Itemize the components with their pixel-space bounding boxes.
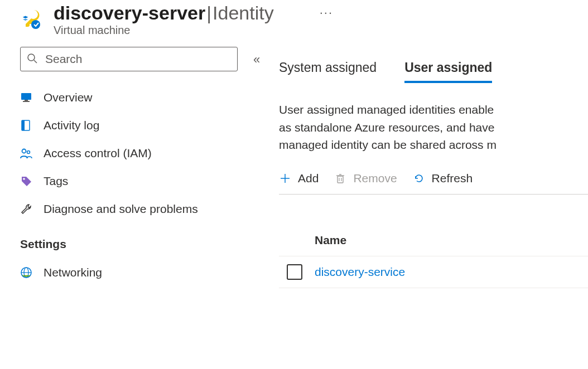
table-header: Name — [279, 234, 588, 256]
sidebar-item-overview[interactable]: Overview — [20, 84, 240, 111]
trash-icon — [334, 172, 346, 184]
svg-point-11 — [23, 178, 25, 180]
identity-link[interactable]: discovery-service — [315, 265, 405, 279]
add-button[interactable]: Add — [279, 172, 319, 185]
svg-point-10 — [27, 151, 30, 154]
sidebar-item-access-control[interactable]: Access control (IAM) — [20, 139, 240, 167]
svg-point-1 — [31, 20, 40, 29]
monitor-icon — [20, 91, 32, 104]
add-label: Add — [298, 172, 319, 185]
sidebar-item-diagnose[interactable]: Diagnose and solve problems — [20, 195, 240, 223]
remove-label: Remove — [353, 172, 397, 185]
page-name: Identity — [213, 2, 274, 24]
svg-rect-5 — [25, 100, 28, 101]
sidebar-section-settings: Settings — [20, 237, 240, 251]
tab-system-assigned[interactable]: System assigned — [279, 60, 377, 83]
svg-point-0 — [34, 12, 36, 14]
search-input[interactable] — [20, 47, 238, 71]
tab-description: User assigned managed identities enable … — [279, 101, 588, 154]
refresh-button[interactable]: Refresh — [413, 172, 473, 185]
log-icon — [20, 119, 32, 132]
toolbar: Add Remove — [279, 172, 588, 195]
table-row[interactable]: discovery-service — [279, 256, 588, 288]
sidebar-item-networking[interactable]: Networking — [20, 259, 240, 287]
page-title: discovery-server | Identity ··· — [54, 2, 333, 24]
sidebar-item-label: Diagnose and solve problems — [44, 202, 198, 216]
tab-user-assigned[interactable]: User assigned — [404, 60, 492, 83]
svg-point-2 — [28, 54, 35, 61]
remove-button[interactable]: Remove — [334, 172, 397, 185]
globe-icon — [20, 266, 32, 279]
key-icon — [20, 7, 44, 32]
people-icon — [20, 147, 32, 159]
tag-icon — [20, 175, 32, 187]
tabs: System assigned User assigned — [279, 60, 588, 83]
sidebar-item-activity-log[interactable]: Activity log — [20, 111, 240, 139]
svg-line-3 — [34, 60, 37, 63]
search-icon — [27, 53, 38, 66]
page-header: discovery-server | Identity ··· Virtual … — [0, 0, 588, 47]
row-checkbox[interactable] — [287, 264, 302, 280]
sidebar: « Overview Activ — [0, 47, 240, 369]
svg-rect-8 — [22, 120, 25, 130]
resource-name: discovery-server — [54, 2, 205, 24]
sidebar-item-label: Networking — [44, 266, 102, 279]
svg-point-9 — [22, 149, 26, 153]
sidebar-item-label: Overview — [44, 91, 93, 104]
sidebar-item-label: Tags — [44, 174, 68, 188]
wrench-icon — [20, 203, 32, 215]
column-name: Name — [315, 234, 346, 247]
resource-subtitle: Virtual machine — [54, 24, 333, 37]
main-content: System assigned User assigned User assig… — [240, 47, 588, 369]
more-icon[interactable]: ··· — [320, 6, 333, 20]
sidebar-item-tags[interactable]: Tags — [20, 167, 240, 195]
refresh-label: Refresh — [432, 172, 473, 185]
svg-rect-6 — [23, 101, 30, 102]
sidebar-item-label: Access control (IAM) — [44, 147, 152, 160]
refresh-icon — [413, 172, 425, 184]
identities-table: Name discovery-service — [279, 234, 588, 288]
collapse-sidebar-icon[interactable]: « — [253, 52, 260, 67]
svg-rect-17 — [338, 176, 343, 183]
plus-icon — [279, 172, 291, 184]
svg-rect-4 — [21, 93, 31, 100]
title-separator: | — [206, 2, 211, 24]
sidebar-item-label: Activity log — [44, 119, 99, 132]
